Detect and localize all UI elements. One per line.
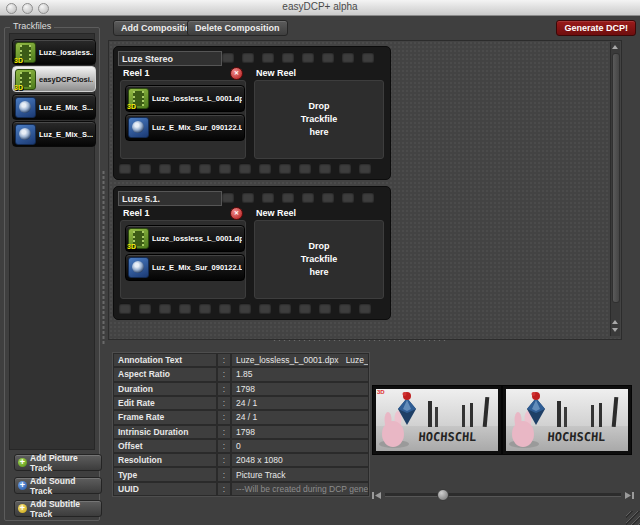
trackfile-properties-table: Annotation Text : Luze_lossless_L_0001.d… [112,352,370,497]
drop-trackfile-zone[interactable]: Drop Trackfile here [254,80,384,159]
prop-separator: : [218,468,230,480]
stereo-3d-badge: 3D [127,243,136,250]
watermark-text: HOCHSCHL [418,430,477,444]
composition-luze-51: Reel 1 ✕ New Reel 3D Luze_lossless_L_000… [113,186,391,320]
trackfile-label: easyDCPClosi... [39,75,93,84]
reel-title: Reel 1 [123,68,150,78]
preview-thumbnail-right-eye: HOCHSCHL [502,385,632,455]
trackfile-label: Luz_E_Mix_Sur_090122.L... [152,263,242,272]
prop-value: Picture Track [232,468,368,480]
trackfile-list[interactable]: 3D Luze_lossless... 3D easyDCPClosi... L… [9,33,95,450]
add-sound-track-button[interactable]: + Add Sound Track [14,477,102,494]
prop-label: Intrinsic Duration [114,426,216,438]
drop-hint-text: Drop Trackfile here [301,100,338,139]
reel-trackfile-picture[interactable]: 3D Luze_lossless_L_0001.dpx ... [125,225,245,252]
trackfiles-panel-title: Trackfiles [10,21,54,31]
prop-separator: : [218,397,230,409]
frame-slider-track[interactable] [385,493,621,497]
prop-separator: : [218,383,230,395]
prop-value-uuid: ---Will be created during DCP generation… [232,483,368,495]
add-sound-track-label: Add Sound Track [30,476,98,496]
prop-separator: : [218,354,230,366]
reel-trackfile-picture[interactable]: 3D Luze_lossless_L_0001.dpx ... [125,85,245,112]
trackfile-list-item[interactable]: Luz_E_Mix_S... [12,121,96,147]
preview-thumbnail-left-eye: 3D HO [372,385,502,455]
sound-track-icon [15,97,36,118]
filmstrip-sprockets [222,192,374,202]
prop-value: Luze_lossless_L_0001.dpx Luze_lossless_L… [232,354,368,366]
generate-dcp-button[interactable]: Generate DCP! [556,20,636,36]
add-picture-track-label: Add Picture Track [30,453,98,473]
stereo-3d-badge: 3D [14,84,23,91]
prop-label: Annotation Text [114,354,216,366]
scroll-down-icon[interactable] [612,328,618,332]
plus-icon: + [18,458,27,467]
trackfile-label: Luze_lossless_L_0001.dpx ... [152,94,242,103]
sound-track-icon [128,257,149,278]
stereo-3d-badge: 3D [14,57,23,64]
composition-luze-stereo: Reel 1 ✕ New Reel 3D Luze_lossless_L_000… [113,46,391,180]
add-picture-track-button[interactable]: + Add Picture Track [14,454,102,471]
reel-panel: 3D Luze_lossless_L_0001.dpx ... Luz_E_Mi… [120,80,246,159]
prop-value: 24 / 1 [232,397,368,409]
prop-label: Duration [114,383,216,395]
prop-separator: : [218,426,230,438]
prop-label: Aspect Ratio [114,368,216,380]
reel-trackfile-sound[interactable]: Luz_E_Mix_Sur_090122.L... [125,114,245,141]
delete-reel-icon[interactable]: ✕ [230,67,243,80]
add-subtitle-track-button[interactable]: + Add Subtitle Track [14,500,102,517]
preview-image: HOCHSCHL [506,389,628,451]
prop-separator: : [218,411,230,423]
trackfile-list-item-selected[interactable]: 3D easyDCPClosi... [12,66,96,92]
window-title: easyDCP+ alpha [0,1,640,12]
reel-trackfile-sound[interactable]: Luz_E_Mix_Sur_090122.L... [125,254,245,281]
stereo-frame-badge: 3D [377,389,385,395]
prop-value: 1798 [232,383,368,395]
scroll-up-icon[interactable] [612,320,618,324]
prop-value: 1798 [232,426,368,438]
composition-name-input[interactable] [118,191,222,206]
picture-3d-track-icon: 3D [15,69,36,90]
delete-composition-button[interactable]: Delete Composition [187,20,288,36]
drop-trackfile-zone[interactable]: Drop Trackfile here [254,220,384,299]
stereo-3d-badge: 3D [127,103,136,110]
prop-separator: : [218,440,230,452]
scrollbar-thumb[interactable] [612,53,620,303]
plus-icon: + [18,504,27,513]
trackfile-list-item[interactable]: Luz_E_Mix_S... [12,94,96,120]
add-subtitle-track-label: Add Subtitle Track [30,499,98,519]
sound-track-icon [128,117,149,138]
new-reel-title: New Reel [256,68,296,78]
sound-track-icon [15,124,36,145]
reel-title: Reel 1 [123,208,150,218]
prop-value: 1.85 [232,368,368,380]
picture-3d-track-icon: 3D [128,228,149,249]
picture-3d-track-icon: 3D [15,42,36,63]
filmstrip-sprockets [222,52,374,62]
trackfile-list-item[interactable]: 3D Luze_lossless... [12,39,96,65]
skip-to-end-icon[interactable] [625,491,634,500]
filmstrip-sprockets [119,303,371,313]
prop-label: Type [114,468,216,480]
preview-image: HOCHSCHL [376,389,498,451]
prop-separator: : [218,454,230,466]
title-bar: easyDCP+ alpha [0,0,640,16]
prop-value: 2048 x 1080 [232,454,368,466]
app-window: easyDCP+ alpha Add Composition Delete Co… [0,0,640,525]
delete-reel-icon[interactable]: ✕ [230,207,243,220]
composition-name-input[interactable] [118,51,222,66]
prop-label: Edit Rate [114,397,216,409]
frame-slider-handle[interactable] [437,489,449,501]
drop-hint-text: Drop Trackfile here [301,240,338,279]
vertical-scrollbar[interactable] [610,42,620,336]
prop-label: Offset [114,440,216,452]
window-resize-grip[interactable] [626,511,640,525]
trackfile-label: Luz_E_Mix_S... [39,130,93,139]
watermark-text: HOCHSCHL [547,430,606,444]
scroll-up-icon[interactable] [612,45,618,49]
reel-panel: 3D Luze_lossless_L_0001.dpx ... Luz_E_Mi… [120,220,246,299]
prop-label: UUID [114,483,216,495]
prop-label: Resolution [114,454,216,466]
vertical-splitter-handle[interactable] [101,170,106,345]
skip-to-start-icon[interactable] [372,491,381,500]
